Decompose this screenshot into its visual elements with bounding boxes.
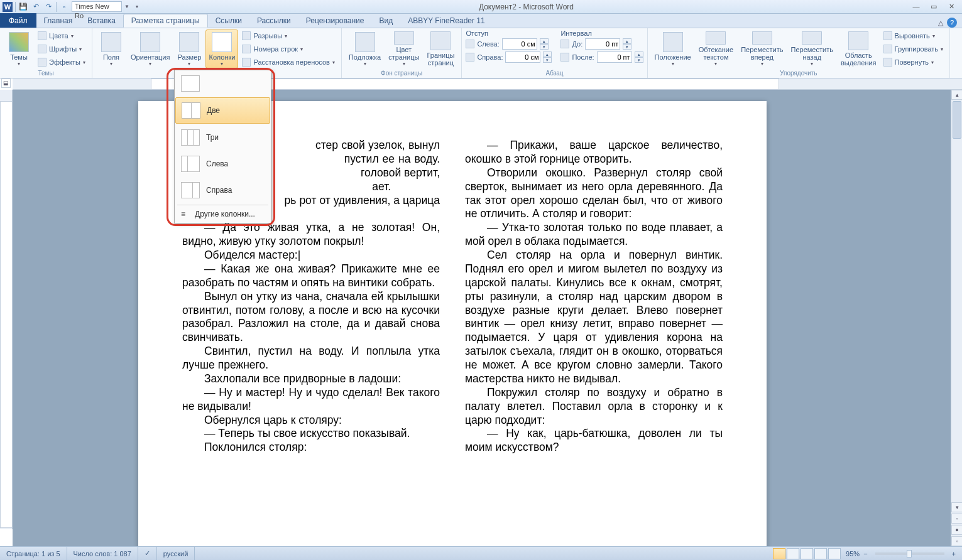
bring-forward-button[interactable]: Переместить вперед▾ bbox=[738, 30, 786, 68]
minimize-ribbon-icon[interactable]: △ bbox=[938, 19, 943, 27]
tab-home[interactable]: Главная bbox=[36, 14, 80, 28]
view-full-screen-button[interactable] bbox=[787, 548, 799, 559]
tab-view[interactable]: Вид bbox=[371, 14, 400, 28]
orientation-button[interactable]: Ориентация▾ bbox=[128, 30, 173, 68]
theme-effects-button[interactable]: Эффекты▾ bbox=[35, 56, 88, 68]
file-tab[interactable]: Файл bbox=[0, 13, 36, 28]
columns-option-right[interactable]: Справа bbox=[175, 177, 271, 203]
hyphen-icon bbox=[242, 58, 251, 67]
theme-colors-button[interactable]: Цвета▾ bbox=[35, 30, 88, 42]
indent-left-input[interactable] bbox=[502, 38, 537, 50]
tab-page-layout[interactable]: Разметка страницы bbox=[123, 14, 208, 28]
close-button[interactable]: ✕ bbox=[943, 2, 959, 12]
spin-up-icon[interactable]: ▴ bbox=[635, 51, 643, 57]
status-proofing[interactable]: ✓ bbox=[138, 547, 157, 561]
margins-button[interactable]: Поля▾ bbox=[96, 30, 126, 68]
selection-pane-button[interactable]: Область выделения bbox=[838, 30, 880, 68]
indent-right-field[interactable]: Справа:▴▾ bbox=[466, 51, 552, 63]
rotate-button[interactable]: Повернуть▾ bbox=[881, 56, 946, 68]
spacing-after-field[interactable]: После:▴▾ bbox=[560, 51, 643, 63]
browse-object-button[interactable]: ● bbox=[951, 525, 962, 535]
indent-right-input[interactable] bbox=[505, 51, 540, 63]
spin-down-icon[interactable]: ▾ bbox=[623, 44, 631, 50]
columns-option-three[interactable]: Три bbox=[175, 124, 271, 151]
view-web-layout-button[interactable] bbox=[801, 548, 813, 559]
spin-up-icon[interactable]: ▴ bbox=[540, 38, 549, 44]
colors-icon bbox=[38, 31, 46, 40]
text-column-right[interactable]: — Прикажи, ваше царское величество, окош… bbox=[465, 139, 723, 455]
group-label-arrange: Упорядочить bbox=[652, 68, 946, 78]
themes-button[interactable]: Темы▾ bbox=[4, 30, 34, 68]
view-draft-button[interactable] bbox=[828, 548, 841, 559]
next-page-button[interactable]: ◦ bbox=[951, 536, 962, 546]
new-doc-icon[interactable]: ▫ bbox=[59, 2, 69, 12]
spacing-before-input[interactable] bbox=[585, 38, 620, 50]
watermark-button[interactable]: Подложка▾ bbox=[346, 30, 384, 68]
tab-review[interactable]: Рецензирование bbox=[298, 14, 372, 28]
status-language[interactable]: русский bbox=[157, 547, 195, 561]
group-icon bbox=[883, 45, 892, 53]
hyphenation-button[interactable]: Расстановка переносов▾ bbox=[239, 56, 337, 68]
zoom-out-button[interactable]: − bbox=[861, 550, 870, 557]
scroll-up-button[interactable]: ▴ bbox=[951, 90, 962, 100]
position-button[interactable]: Положение▾ bbox=[652, 30, 694, 68]
restore-button[interactable]: ▭ bbox=[926, 2, 942, 12]
spin-down-icon[interactable]: ▾ bbox=[540, 44, 549, 50]
ruler-corner-button[interactable]: ⬓ bbox=[1, 78, 11, 88]
undo-icon[interactable]: ↶ bbox=[31, 2, 41, 12]
align-button[interactable]: Выровнять▾ bbox=[881, 30, 946, 42]
scroll-down-button[interactable]: ▾ bbox=[951, 502, 962, 512]
status-word-count[interactable]: Число слов: 1 087 bbox=[67, 547, 138, 561]
indent-left-field[interactable]: Слева:▴▾ bbox=[466, 38, 552, 50]
columns-option-two[interactable]: Две bbox=[175, 97, 270, 124]
zoom-slider[interactable] bbox=[875, 552, 944, 555]
columns-button[interactable]: Колонки▾ bbox=[205, 30, 238, 68]
columns-option-left[interactable]: Слева bbox=[175, 151, 271, 177]
qat-customize-icon[interactable]: ▾ bbox=[132, 2, 142, 12]
group-button[interactable]: Группировать▾ bbox=[881, 43, 946, 55]
spin-up-icon[interactable]: ▴ bbox=[543, 51, 552, 57]
size-icon bbox=[179, 32, 199, 52]
zoom-in-button[interactable]: + bbox=[949, 550, 958, 557]
spacing-before-field[interactable]: До:▴▾ bbox=[560, 38, 643, 50]
vertical-scrollbar[interactable]: ▴ ▾ ◦ ● ◦ bbox=[951, 90, 962, 546]
breaks-button[interactable]: Разрывы▾ bbox=[239, 30, 337, 42]
theme-fonts-button[interactable]: Шрифты▾ bbox=[35, 43, 88, 55]
status-page[interactable]: Страница: 1 из 5 bbox=[0, 547, 67, 561]
columns-option-more[interactable]: Другие колонки... bbox=[175, 207, 271, 222]
columns-option-one[interactable] bbox=[175, 70, 271, 97]
line-numbers-button[interactable]: Номера строк▾ bbox=[239, 43, 337, 55]
position-icon bbox=[663, 32, 683, 52]
page-borders-button[interactable]: Границы страниц bbox=[424, 30, 457, 68]
page-color-button[interactable]: Цвет страницы▾ bbox=[385, 30, 422, 68]
spacing-after-input[interactable] bbox=[597, 51, 632, 63]
tab-references[interactable]: Ссылки bbox=[208, 14, 249, 28]
tab-insert[interactable]: Вставка bbox=[80, 14, 123, 28]
spin-up-icon[interactable]: ▴ bbox=[623, 38, 631, 44]
tab-abbyy[interactable]: ABBYY FineReader 11 bbox=[400, 14, 493, 28]
status-bar: Страница: 1 из 5 Число слов: 1 087 ✓ рус… bbox=[0, 546, 962, 560]
redo-icon[interactable]: ↷ bbox=[43, 2, 53, 12]
send-backward-button[interactable]: Переместить назад▾ bbox=[788, 30, 836, 68]
zoom-slider-thumb[interactable] bbox=[907, 550, 912, 557]
spin-down-icon[interactable]: ▾ bbox=[543, 57, 552, 63]
horizontal-ruler[interactable] bbox=[13, 78, 962, 90]
vertical-ruler[interactable] bbox=[0, 90, 13, 529]
tab-mailings[interactable]: Рассылки bbox=[249, 14, 298, 28]
qat-font-dropdown-icon[interactable]: ▼ bbox=[124, 4, 129, 9]
zoom-level[interactable]: 95% bbox=[846, 550, 860, 557]
minimize-button[interactable]: — bbox=[908, 2, 924, 12]
qat-font-box[interactable]: Times New Ro bbox=[72, 1, 122, 12]
prev-page-button[interactable]: ◦ bbox=[951, 514, 962, 524]
group-label-paragraph: Абзац bbox=[466, 68, 643, 78]
save-icon[interactable]: 💾 bbox=[18, 2, 28, 12]
spin-down-icon[interactable]: ▾ bbox=[635, 57, 643, 63]
scroll-thumb[interactable] bbox=[953, 101, 961, 139]
view-print-layout-button[interactable] bbox=[773, 548, 785, 559]
title-bar: W 💾 ↶ ↷ ▫ Times New Ro ▼ ▾ Документ2 - M… bbox=[0, 0, 962, 14]
help-icon[interactable]: ? bbox=[947, 18, 957, 28]
view-outline-button[interactable] bbox=[814, 548, 827, 559]
ribbon: Темы▾ Цвета▾ Шрифты▾ Эффекты▾ Темы Поля▾… bbox=[0, 28, 962, 78]
wrap-text-button[interactable]: Обтекание текстом▾ bbox=[696, 30, 736, 68]
size-button[interactable]: Размер▾ bbox=[174, 30, 204, 68]
